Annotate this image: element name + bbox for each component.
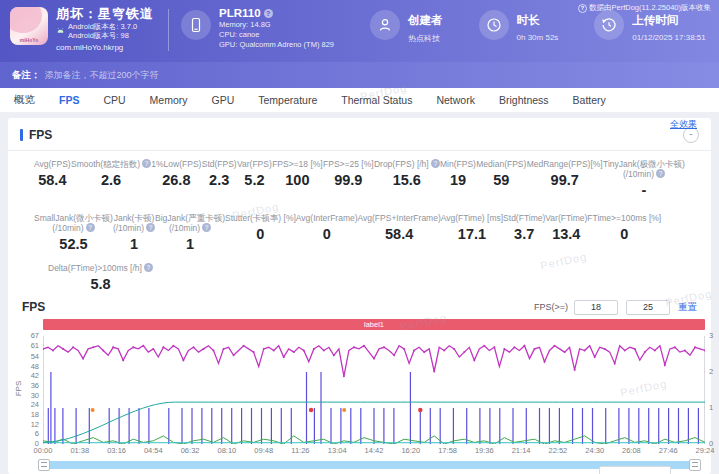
upload-time-label: 上传时间	[632, 13, 705, 28]
stat-value: 13.4	[545, 226, 587, 243]
x-tick: 21:14	[512, 446, 531, 455]
stat-cell: Std(FPS)2.3	[202, 159, 237, 199]
y-tick: 61	[17, 342, 39, 350]
stat-value: 0	[225, 226, 296, 243]
tab-temperature[interactable]: Temperature	[246, 94, 329, 106]
avatar-art	[10, 7, 42, 33]
stat-label: Median(FPS)	[476, 159, 526, 169]
info-icon[interactable]: ?	[146, 223, 155, 232]
fps-threshold-input-2[interactable]	[626, 300, 670, 315]
note-bar[interactable]: 备注： 添加备注，不超过200个字符	[0, 62, 719, 88]
chart-label-banner: label1	[43, 319, 705, 330]
device-info-icon[interactable]: ?	[264, 9, 273, 18]
tab-fps[interactable]: FPS	[47, 94, 91, 106]
right-y-tick: 3	[709, 332, 719, 340]
tab-battery[interactable]: Battery	[561, 94, 618, 106]
fps-threshold-label: FPS(>=)	[534, 302, 568, 312]
stat-label: Drop(FPS) [/h]?	[374, 159, 440, 169]
x-tick: 01:38	[70, 446, 89, 455]
y-tick: 6	[17, 430, 39, 438]
info-icon[interactable]: ?	[656, 169, 665, 178]
all-effect-link[interactable]: 全效果	[670, 118, 697, 470]
duration-value: 0h 30m 52s	[517, 33, 559, 42]
zoom-track[interactable]	[44, 461, 693, 469]
stat-value: 2.6	[71, 172, 151, 189]
y-tick: 67	[17, 332, 39, 340]
stat-value: 99.9	[323, 172, 374, 189]
stat-label: FTime>=100ms [%]	[587, 213, 661, 223]
zoom-handle-left[interactable]	[38, 459, 50, 471]
stat-label: Std(FPS)	[202, 159, 237, 169]
tab-network[interactable]: Network	[424, 94, 487, 106]
x-tick: 11:26	[291, 446, 309, 455]
x-tick: 04:54	[144, 446, 163, 455]
right-y-tick: 1	[709, 404, 719, 412]
y-tick: 54	[17, 353, 39, 361]
stat-cell: 1%Low(FPS)26.8	[151, 159, 201, 199]
stat-value: 52.5	[34, 236, 113, 253]
note-placeholder: 添加备注，不超过200个字符	[45, 69, 159, 82]
header-divider	[168, 9, 169, 51]
x-tick: 13:04	[328, 446, 347, 455]
info-icon[interactable]: ?	[144, 263, 153, 272]
info-icon: ?	[578, 4, 587, 13]
fps-chart-canvas[interactable]	[43, 336, 705, 444]
stat-cell: FPS>=18 [%]100	[272, 159, 323, 199]
stat-cell: Avg(InterFrame)0	[296, 213, 358, 253]
tab-thermal-status[interactable]: Thermal Status	[329, 94, 424, 106]
x-axis: 00:0001:3803:1604:5406:3208:1009:4811:26…	[43, 446, 705, 455]
device-memory: Memory: 14.8G	[219, 20, 334, 30]
x-tick: 17:58	[438, 446, 457, 455]
stat-cell: Avg(FTime) [ms]17.1	[441, 213, 503, 253]
stat-value: 0	[296, 226, 358, 243]
avatar-label: miHoYo	[10, 37, 48, 43]
stat-cell: Avg(FPS)58.4	[34, 159, 71, 199]
info-icon[interactable]: ?	[86, 223, 95, 232]
stat-cell: Min(FPS)19	[440, 159, 476, 199]
stat-label: Avg(FTime) [ms]	[441, 213, 503, 223]
info-icon[interactable]: ?	[431, 159, 440, 168]
y-tick: 48	[17, 363, 39, 371]
info-icon[interactable]: ?	[202, 223, 211, 232]
header-bar: miHoYo 崩坏：星穹铁道 Android版本名: 3.7.0 Android…	[0, 0, 719, 62]
stat-cell: SmallJank(微小卡顿)(/10min)?52.5	[34, 213, 113, 253]
stat-cell: Var(FTime)13.4	[545, 213, 587, 253]
tab-brightness[interactable]: Brightness	[487, 94, 561, 106]
stat-label: Avg(FPS)	[34, 159, 71, 169]
stat-label: Avg(InterFrame)	[296, 213, 358, 223]
stat-label: 1%Low(FPS)	[151, 159, 201, 169]
collect-version-note: ?数据由PerfDog(11.2.25040)版本收集	[575, 3, 711, 13]
y-tick: 42	[17, 372, 39, 380]
content-area: FPS - Avg(FPS)58.4Smooth(稳定指数)?2.61%Low(…	[0, 112, 719, 474]
stat-label: Smooth(稳定指数)?	[71, 159, 151, 169]
tab-bar: 概览FPSCPUMemoryGPUTemperatureThermal Stat…	[0, 88, 719, 112]
x-tick: 24:30	[585, 446, 604, 455]
x-tick: 16:20	[401, 446, 420, 455]
stat-cell: MedRange(FPS)[%]99.7	[527, 159, 603, 199]
perfdog-report-page: miHoYo 崩坏：星穹铁道 Android版本名: 3.7.0 Android…	[0, 0, 719, 474]
stat-cell: Drop(FPS) [/h]?15.6	[374, 159, 440, 199]
device-name: PLR110	[219, 7, 261, 19]
stat-value: 100	[272, 172, 323, 189]
stat-label: Var(FPS)	[237, 159, 272, 169]
tab-cpu[interactable]: CPU	[91, 94, 137, 106]
fps-threshold-input-1[interactable]	[574, 300, 618, 315]
stat-cell: Var(FPS)5.2	[237, 159, 272, 199]
tab-gpu[interactable]: GPU	[200, 94, 247, 106]
app-title: 崩坏：星穹铁道	[56, 7, 154, 21]
stat-cell: BigJank(严重卡顿)(/10min)?1	[155, 213, 225, 253]
fps-chart[interactable]: FPS Jank 67615448423630241812603210	[43, 336, 705, 444]
stat-value: 15.6	[374, 172, 440, 189]
stat-label: Var(FTime)	[545, 213, 587, 223]
stat-value: 2.3	[202, 172, 237, 189]
creator-label: 创建者	[408, 13, 443, 28]
x-tick: 06:32	[181, 446, 200, 455]
duration-label: 时长	[517, 13, 559, 28]
fps-panel: FPS - Avg(FPS)58.4Smooth(稳定指数)?2.61%Low(…	[8, 118, 711, 474]
stat-value: 59	[476, 172, 526, 189]
app-package: com.miHoYo.hkrpg	[56, 43, 154, 52]
info-icon[interactable]: ?	[142, 159, 151, 168]
tab-概览[interactable]: 概览	[2, 93, 47, 107]
tab-memory[interactable]: Memory	[138, 94, 200, 106]
stat-label: Stutter(卡顿率) [%]	[225, 213, 296, 223]
